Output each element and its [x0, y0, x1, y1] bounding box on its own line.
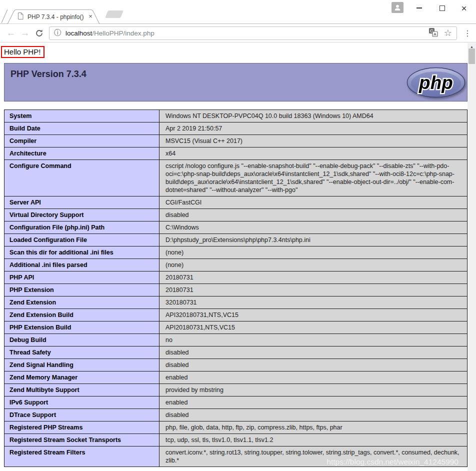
info-label-cell: Architecture: [4, 148, 160, 160]
back-button[interactable]: ←: [4, 26, 18, 40]
table-row: Configure Command cscript /nologo config…: [4, 160, 468, 196]
info-value-cell: enabled: [160, 396, 468, 409]
info-value-cell: 320180731: [160, 296, 468, 309]
table-row: IPv6 Support enabled: [4, 396, 468, 409]
info-value-cell: tcp, udp, ssl, tls, tlsv1.0, tlsv1.1, tl…: [160, 434, 468, 446]
php-version-title: PHP Version 7.3.4: [4, 64, 467, 80]
info-label-cell: Thread Safety: [4, 346, 160, 359]
scroll-up-arrow-icon: ▲: [470, 45, 474, 48]
reload-icon: [35, 29, 44, 38]
hello-php-annotation-box: Hello PHP!: [1, 46, 44, 58]
tab-title: PHP 7.3.4 - phpinfo(): [28, 14, 84, 20]
phpinfo-table: System Windows NT DESKTOP-PVPC04Q 10.0 b…: [4, 110, 468, 467]
info-value-cell: API320180731,NTS,VC15: [160, 309, 468, 322]
info-label-cell: PHP Extension Build: [4, 322, 160, 334]
minimize-icon: [416, 8, 422, 8]
info-value-cell: (none): [160, 259, 468, 272]
table-row: Registered Stream Filters convert.iconv.…: [4, 446, 468, 467]
table-row: Build Date Apr 2 2019 21:50:57: [4, 122, 468, 135]
info-value-cell: enabled: [160, 372, 468, 384]
table-row: Zend Memory Manager enabled: [4, 372, 468, 384]
info-value-cell: 20180731: [160, 272, 468, 284]
hello-php-text: Hello PHP!: [4, 48, 40, 56]
info-label-cell: System: [4, 110, 160, 122]
reload-button[interactable]: [32, 26, 46, 40]
info-label-cell: Configure Command: [4, 160, 160, 196]
info-label-cell: Registered Stream Socket Transports: [4, 434, 160, 446]
table-row: Architecture x64: [4, 148, 468, 160]
window-minimize-button[interactable]: [412, 2, 426, 14]
table-row: PHP API 20180731: [4, 272, 468, 284]
info-value-cell: no: [160, 334, 468, 346]
page-favicon-icon: [17, 12, 24, 22]
info-label-cell: Zend Extension Build: [4, 309, 160, 322]
svg-text:A: A: [434, 32, 436, 36]
info-label-cell: Debug Build: [4, 334, 160, 346]
info-value-cell: Apr 2 2019 21:50:57: [160, 122, 468, 135]
window-maximize-button[interactable]: [435, 2, 449, 14]
table-row: Compiler MSVC15 (Visual C++ 2017): [4, 135, 468, 148]
page-viewport: Hello PHP! PHP Version 7.3.4 php: [0, 42, 476, 471]
tab-strip: PHP 7.3.4 - phpinfo() × ×: [0, 0, 476, 24]
table-row: Configuration File (php.ini) Path C:\Win…: [4, 222, 468, 234]
php-logo-text: php: [418, 72, 453, 93]
info-label-cell: DTrace Support: [4, 409, 160, 422]
browser-menu-button[interactable]: ⋮: [462, 26, 473, 40]
table-row: System Windows NT DESKTOP-PVPC04Q 10.0 b…: [4, 110, 468, 122]
info-label-cell: PHP API: [4, 272, 160, 284]
info-label-cell: Zend Memory Manager: [4, 372, 160, 384]
scrollbar-thumb[interactable]: [468, 48, 475, 64]
url-path: /HelloPHP/index.php: [92, 30, 154, 37]
info-label-cell: PHP Extension: [4, 284, 160, 296]
info-label-cell: Zend Signal Handling: [4, 359, 160, 372]
info-value-cell: disabled: [160, 409, 468, 422]
info-value-cell: disabled: [160, 346, 468, 359]
info-label-cell: Registered Stream Filters: [4, 446, 160, 467]
translate-icon[interactable]: G A: [428, 28, 438, 39]
info-label-cell: Scan this dir for additional .ini files: [4, 246, 160, 259]
kebab-menu-icon: ⋮: [464, 28, 472, 38]
info-label-cell: Zend Extension: [4, 296, 160, 309]
user-profile-icon: [394, 4, 402, 12]
maximize-icon: [440, 6, 445, 11]
table-row: Zend Extension 320180731: [4, 296, 468, 309]
tab-close-icon[interactable]: ×: [86, 12, 94, 20]
info-value-cell: 20180731: [160, 284, 468, 296]
info-value-cell: D:\phpstudy_pro\Extensions\php\php7.3.4n…: [160, 234, 468, 246]
info-value-cell: cscript /nologo configure.js "--enable-s…: [160, 160, 468, 196]
info-label-cell: Build Date: [4, 122, 160, 135]
table-row: PHP Extension Build API20180731,NTS,VC15: [4, 322, 468, 334]
page-info-icon[interactable]: ⓘ: [54, 28, 61, 38]
table-row: Zend Signal Handling disabled: [4, 359, 468, 372]
table-row: Server API CGI/FastCGI: [4, 196, 468, 209]
info-value-cell: php, file, glob, data, http, ftp, zip, c…: [160, 422, 468, 434]
vertical-scrollbar[interactable]: ▲: [468, 43, 476, 471]
forward-button[interactable]: →: [18, 26, 32, 40]
new-tab-button[interactable]: [105, 10, 124, 18]
info-value-cell: (none): [160, 246, 468, 259]
php-info-table-body: System Windows NT DESKTOP-PVPC04Q 10.0 b…: [4, 110, 468, 467]
forward-arrow-icon: →: [20, 28, 30, 38]
info-label-cell: Virtual Directory Support: [4, 209, 160, 222]
bookmark-star-icon[interactable]: ☆: [444, 28, 452, 38]
table-row: Zend Extension Build API320180731,NTS,VC…: [4, 309, 468, 322]
php-logo: php: [406, 67, 466, 98]
tab-phpinfo[interactable]: PHP 7.3.4 - phpinfo() ×: [7, 9, 103, 24]
php-version-header: PHP Version 7.3.4 php: [4, 63, 468, 102]
info-value-cell: disabled: [160, 209, 468, 222]
info-label-cell: Additional .ini files parsed: [4, 259, 160, 272]
info-label-cell: Compiler: [4, 135, 160, 148]
window-close-button[interactable]: ×: [457, 2, 471, 14]
back-arrow-icon: ←: [6, 28, 16, 38]
profile-button[interactable]: [392, 2, 404, 13]
info-value-cell: API20180731,NTS,VC15: [160, 322, 468, 334]
info-value-cell: CGI/FastCGI: [160, 196, 468, 209]
table-row: Registered Stream Socket Transports tcp,…: [4, 434, 468, 446]
info-value-cell: MSVC15 (Visual C++ 2017): [160, 135, 468, 148]
info-value-cell: provided by mbstring: [160, 384, 468, 396]
info-label-cell: Server API: [4, 196, 160, 209]
table-row: DTrace Support disabled: [4, 409, 468, 422]
close-icon: ×: [461, 4, 466, 13]
address-bar[interactable]: ⓘ localhost/HelloPHP/index.php G A ☆: [49, 26, 457, 40]
info-value-cell: disabled: [160, 359, 468, 372]
